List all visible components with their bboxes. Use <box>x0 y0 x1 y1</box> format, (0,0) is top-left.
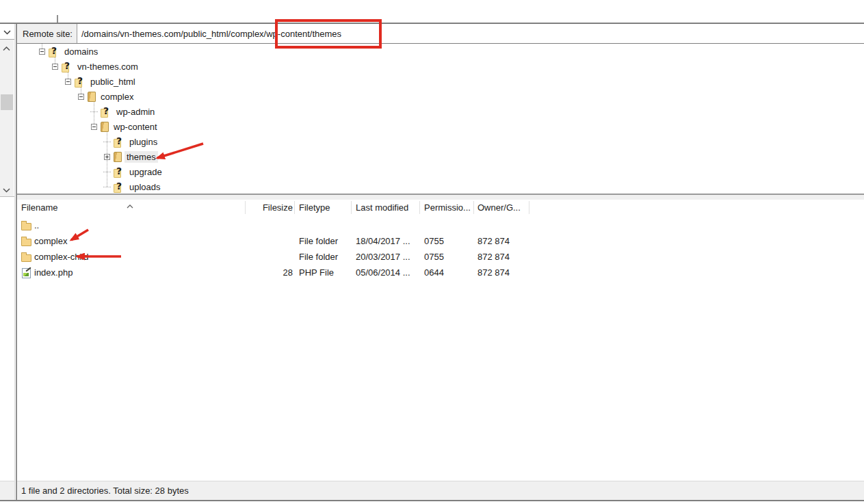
tree-connector <box>90 111 98 112</box>
remote-site-label: Remote site: <box>17 24 77 43</box>
column-separator[interactable] <box>351 201 352 214</box>
file-owner: 872 874 <box>477 249 527 265</box>
tree-item-label: upgrade <box>127 166 164 178</box>
collapse-expander-icon[interactable] <box>52 64 58 70</box>
column-separator[interactable] <box>294 201 295 214</box>
remote-site-label-text: Remote site: <box>23 29 73 39</box>
status-bar: 1 file and 2 directories. Total size: 28… <box>17 481 864 500</box>
left-strip-bottom-border <box>0 196 14 197</box>
column-header-filetype[interactable]: Filetype <box>299 200 350 215</box>
tree-item-label: domains <box>62 46 100 57</box>
file-permissions <box>424 217 472 233</box>
tree-connector <box>103 172 111 172</box>
tree-item-themes[interactable]: themes <box>103 149 158 164</box>
folder-unknown-icon: ? <box>49 46 60 57</box>
file-size: 28 <box>245 265 293 280</box>
column-header-permissions[interactable]: Permissio... <box>424 200 472 215</box>
scrollbar-thumb[interactable] <box>1 94 13 110</box>
remote-directory-tree[interactable]: ? domains ? vn-themes.com ? public_html … <box>17 44 864 194</box>
column-separator[interactable] <box>529 201 529 214</box>
status-bar-text: 1 file and 2 directories. Total size: 28… <box>21 486 189 496</box>
folder-unknown-icon: ? <box>114 166 125 178</box>
tree-connector <box>103 142 111 142</box>
file-modified: 05/06/2014 ... <box>356 265 419 280</box>
folder-icon <box>21 254 31 262</box>
window-divider-stub <box>57 15 58 23</box>
scroll-up-icon[interactable] <box>3 43 10 53</box>
tree-item-uploads[interactable]: ? uploads <box>103 179 163 194</box>
expand-expander-icon[interactable] <box>104 154 110 160</box>
tree-item-label: wp-admin <box>114 106 157 118</box>
tree-item-label: uploads <box>127 181 163 193</box>
file-size <box>245 233 293 249</box>
tree-scrollbar[interactable] <box>0 40 14 196</box>
column-header-filesize[interactable]: Filesize <box>245 200 293 215</box>
file-type: File folder <box>299 249 350 265</box>
file-modified: 18/04/2017 ... <box>356 233 419 249</box>
scroll-down-icon[interactable] <box>3 185 10 195</box>
tree-item-label: complex <box>99 91 135 103</box>
pane-divider-highlight <box>14 24 15 500</box>
file-permissions: 0755 <box>424 249 472 265</box>
file-row-parent-dir[interactable]: .. <box>17 217 864 233</box>
tree-item-upgrade[interactable]: ? upgrade <box>103 164 164 179</box>
tree-item-vn-themes[interactable]: ? vn-themes.com <box>51 59 140 74</box>
file-modified <box>356 217 419 233</box>
tree-item-label: public_html <box>88 76 138 88</box>
file-name: complex <box>34 236 67 246</box>
tree-item-wp-admin[interactable]: ? wp-admin <box>90 104 157 119</box>
file-type <box>299 217 350 233</box>
tree-item-label: wp-content <box>112 121 159 133</box>
file-size <box>245 217 293 233</box>
folder-unknown-icon: ? <box>114 136 125 148</box>
folder-unknown-icon: ? <box>75 76 86 88</box>
column-header-last-modified[interactable]: Last modified <box>356 200 419 215</box>
tree-item-label-selected: themes <box>125 151 158 163</box>
collapse-expander-icon[interactable] <box>91 124 97 130</box>
tree-item-wp-content[interactable]: wp-content <box>90 119 159 134</box>
remote-file-list[interactable]: Filename Filesize Filetype Last modified… <box>17 200 864 481</box>
tree-connector <box>103 187 111 187</box>
local-site-dropdown-chevron-icon[interactable] <box>2 28 12 36</box>
remote-path-combobox[interactable]: /domains/vn-themes.com/public_html/compl… <box>77 24 864 43</box>
tree-item-plugins[interactable]: ? plugins <box>103 134 159 149</box>
tree-item-complex[interactable]: complex <box>77 89 135 104</box>
collapse-expander-icon[interactable] <box>78 94 84 100</box>
tree-item-label: plugins <box>127 136 159 148</box>
file-permissions: 0644 <box>424 265 472 280</box>
php-file-icon <box>21 267 31 278</box>
file-owner: 872 874 <box>477 265 527 280</box>
folder-icon <box>21 223 31 230</box>
file-name: index.php <box>34 267 73 278</box>
folder-unknown-icon: ? <box>114 181 125 193</box>
file-type: File folder <box>299 233 350 249</box>
file-permissions: 0755 <box>424 233 472 249</box>
column-header-owner-group[interactable]: Owner/G... <box>477 200 527 215</box>
tree-item-domains[interactable]: ? domains <box>38 44 100 59</box>
file-row-index-php[interactable]: index.php 28 PHP File 05/06/2014 ... 064… <box>17 265 864 280</box>
file-list-header: Filename Filesize Filetype Last modified… <box>17 200 864 215</box>
file-size <box>245 249 293 265</box>
column-header-filename[interactable]: Filename <box>21 200 244 215</box>
folder-icon <box>21 239 31 246</box>
folder-icon <box>114 152 122 162</box>
tree-item-public-html[interactable]: ? public_html <box>64 74 138 89</box>
window-bottom-border <box>0 500 864 501</box>
folder-icon <box>101 122 109 132</box>
status-bar-left-segment <box>0 481 14 500</box>
file-type: PHP File <box>299 265 350 280</box>
file-owner <box>477 217 527 233</box>
folder-unknown-icon: ? <box>62 61 73 72</box>
tree-item-label: vn-themes.com <box>75 61 140 72</box>
column-separator[interactable] <box>473 201 474 214</box>
column-separator[interactable] <box>245 201 246 214</box>
column-separator[interactable] <box>419 201 420 214</box>
file-row-complex[interactable]: complex File folder 18/04/2017 ... 0755 … <box>17 233 864 249</box>
file-name: .. <box>34 220 39 230</box>
file-owner: 872 874 <box>477 233 527 249</box>
collapse-expander-icon[interactable] <box>65 79 71 85</box>
file-row-complex-child[interactable]: complex-child File folder 20/03/2017 ...… <box>17 249 864 265</box>
pane-splitter[interactable] <box>17 195 864 200</box>
collapse-expander-icon[interactable] <box>39 49 45 55</box>
folder-unknown-icon: ? <box>101 106 112 118</box>
